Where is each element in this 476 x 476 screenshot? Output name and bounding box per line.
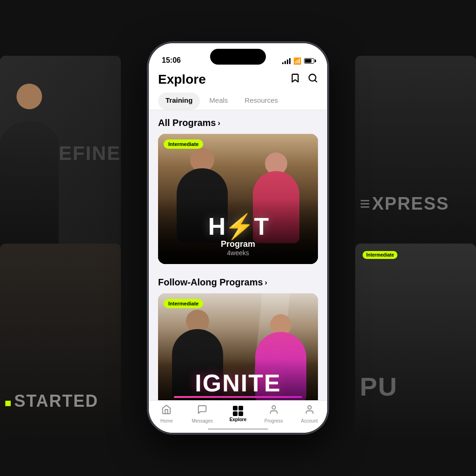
explore-dot-1 bbox=[233, 406, 238, 410]
hit-program-name: Program bbox=[158, 239, 318, 249]
nav-progress[interactable]: Progress bbox=[256, 404, 291, 423]
progress-label: Progress bbox=[264, 418, 283, 423]
ignite-program-name: Program bbox=[158, 399, 318, 400]
account-label: Account bbox=[301, 418, 318, 423]
signal-bar-3 bbox=[287, 60, 288, 64]
svg-point-2 bbox=[308, 406, 311, 409]
all-programs-section: All Programs › bbox=[149, 110, 327, 270]
wifi-icon: 📶 bbox=[293, 57, 301, 65]
hit-duration: 4weeks bbox=[158, 249, 318, 257]
home-label: Home bbox=[160, 418, 173, 423]
bg-left-top-text: EFINE bbox=[59, 142, 121, 165]
hit-program-card[interactable]: Intermediate H⚡T Program 4weeks bbox=[158, 134, 318, 264]
nav-messages[interactable]: Messages bbox=[185, 404, 220, 423]
explore-icon bbox=[233, 406, 243, 416]
ignite-card-badge: Intermediate bbox=[164, 299, 203, 308]
bg-right-top-text: ≡XPRESS bbox=[360, 194, 449, 214]
search-icon[interactable] bbox=[308, 73, 318, 86]
status-time: 15:06 bbox=[162, 56, 181, 65]
explore-dot-3 bbox=[233, 411, 238, 416]
signal-bar-1 bbox=[282, 62, 284, 64]
hit-card-badge: Intermediate bbox=[164, 139, 203, 149]
bg-right-bottom-badge: Intermediate bbox=[363, 251, 397, 259]
bookmark-icon[interactable] bbox=[290, 73, 300, 86]
svg-point-1 bbox=[272, 406, 275, 409]
scene: EFINE ■STARTED ≡XPRESS Intermediate PU bbox=[0, 0, 476, 476]
tab-training[interactable]: Training bbox=[158, 93, 200, 110]
progress-icon bbox=[269, 404, 279, 417]
hit-card-content: H⚡T Program 4weeks bbox=[158, 214, 318, 257]
home-indicator bbox=[208, 428, 268, 430]
ignite-logo: IGNITE bbox=[158, 371, 318, 398]
bg-left-bottom-text: ■STARTED bbox=[5, 391, 99, 411]
phone-inner: 15:06 📶 Explore bbox=[149, 43, 327, 433]
messages-icon bbox=[197, 404, 207, 417]
status-icons: 📶 bbox=[282, 57, 314, 65]
messages-label: Messages bbox=[192, 418, 213, 423]
explore-dot-4 bbox=[238, 411, 243, 416]
home-icon bbox=[161, 404, 172, 417]
signal-bar-4 bbox=[289, 58, 291, 64]
signal-bar-2 bbox=[284, 61, 286, 64]
all-programs-arrow: › bbox=[218, 119, 220, 127]
scroll-content[interactable]: All Programs › bbox=[149, 110, 327, 400]
phone-frame: 15:06 📶 Explore bbox=[147, 42, 329, 434]
nav-account[interactable]: Account bbox=[291, 404, 327, 423]
tab-meals[interactable]: Meals bbox=[202, 93, 235, 110]
ignite-program-card[interactable]: Intermediate IGNITE Program 6 weeks bbox=[158, 293, 318, 400]
battery-fill bbox=[305, 59, 311, 63]
all-programs-header[interactable]: All Programs › bbox=[158, 118, 318, 128]
bg-card-left-bottom: ■STARTED bbox=[0, 244, 121, 439]
bg-right-bottom-text: PU bbox=[360, 371, 398, 402]
page-title: Explore bbox=[158, 72, 206, 87]
all-programs-title: All Programs bbox=[158, 118, 216, 128]
top-tab-bar: Training Meals Resources bbox=[149, 93, 327, 110]
account-icon bbox=[304, 404, 315, 417]
bg-card-right-bottom: Intermediate PU bbox=[355, 244, 476, 439]
header-actions bbox=[290, 73, 318, 86]
tab-resources[interactable]: Resources bbox=[237, 93, 285, 110]
nav-explore[interactable]: Explore bbox=[220, 406, 256, 422]
explore-label: Explore bbox=[230, 417, 247, 422]
dynamic-island bbox=[210, 49, 266, 65]
battery-icon bbox=[304, 58, 314, 64]
bg-card-right-top: ≡XPRESS bbox=[355, 56, 476, 251]
hit-logo: H⚡T bbox=[158, 214, 318, 238]
bg-card-left-top: EFINE bbox=[0, 56, 121, 251]
follow-along-header[interactable]: Follow-Along Programs › bbox=[158, 277, 318, 288]
ignite-card-content: IGNITE Program 6 weeks bbox=[158, 371, 318, 400]
follow-along-arrow: › bbox=[265, 278, 267, 287]
follow-along-section: Follow-Along Programs › bbox=[149, 270, 327, 400]
explore-dot-2 bbox=[238, 406, 243, 410]
nav-home[interactable]: Home bbox=[149, 404, 185, 423]
header: Explore bbox=[149, 68, 327, 93]
signal-bars bbox=[282, 58, 291, 64]
follow-along-title: Follow-Along Programs bbox=[158, 277, 263, 288]
